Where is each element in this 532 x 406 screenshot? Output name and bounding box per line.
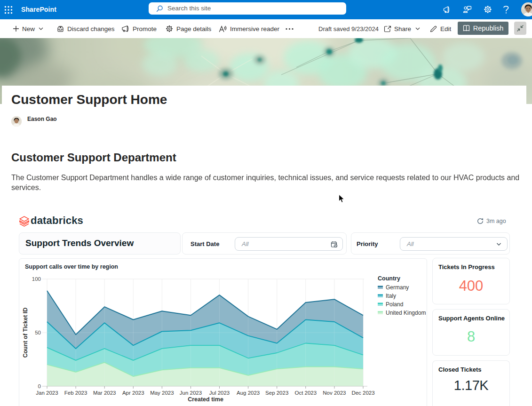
svg-text:Support calls over time by reg: Support calls over time by region bbox=[25, 263, 118, 270]
svg-text:Country: Country bbox=[378, 275, 400, 282]
svg-text:Aug 2023: Aug 2023 bbox=[237, 390, 260, 396]
svg-text:Jun 2023: Jun 2023 bbox=[180, 390, 202, 396]
svg-text:Jan 2023: Jan 2023 bbox=[36, 390, 58, 396]
svg-text:Germany: Germany bbox=[386, 284, 409, 291]
svg-text:Created time: Created time bbox=[188, 396, 223, 403]
svg-text:50: 50 bbox=[35, 330, 41, 335]
svg-text:Dec 2023: Dec 2023 bbox=[351, 390, 374, 396]
svg-text:Count of Ticket ID: Count of Ticket ID bbox=[22, 308, 29, 358]
svg-text:Apr 2023: Apr 2023 bbox=[122, 390, 144, 396]
svg-text:0: 0 bbox=[38, 383, 41, 389]
svg-text:Mar 2023: Mar 2023 bbox=[93, 390, 116, 396]
svg-text:Italy: Italy bbox=[386, 293, 396, 299]
svg-text:Jul 2023: Jul 2023 bbox=[209, 390, 230, 396]
svg-text:Nov 2023: Nov 2023 bbox=[323, 390, 346, 396]
svg-text:Feb 2023: Feb 2023 bbox=[64, 390, 87, 396]
svg-text:United Kingdom: United Kingdom bbox=[386, 310, 426, 316]
svg-text:Oct 2023: Oct 2023 bbox=[294, 390, 317, 396]
svg-text:100: 100 bbox=[32, 276, 41, 282]
svg-text:Sep 2023: Sep 2023 bbox=[265, 390, 288, 396]
svg-text:Poland: Poland bbox=[386, 301, 403, 308]
svg-text:May 2023: May 2023 bbox=[150, 390, 174, 396]
